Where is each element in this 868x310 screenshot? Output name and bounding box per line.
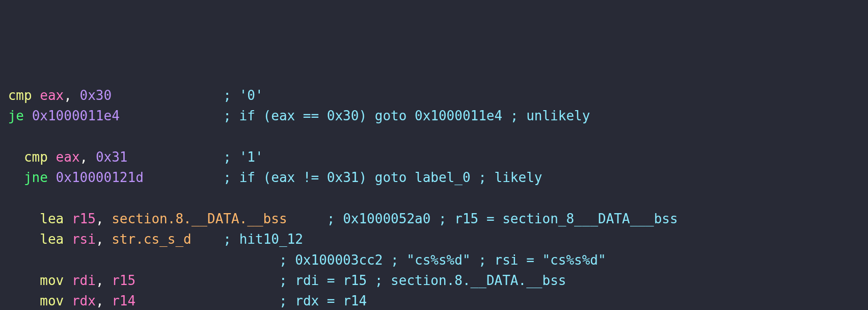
asm-line: je 0x1000011e4 ; if (eax == 0x30) goto 0… (0, 106, 868, 126)
punct: , (96, 211, 112, 226)
punct (64, 273, 72, 288)
asm-line (0, 188, 868, 209)
register: r15 (112, 273, 135, 288)
mnemonic: jne (24, 170, 48, 185)
mnemonic: cmp (8, 88, 32, 103)
asm-line: mov rdx, r14 ; rdx = r14 (0, 291, 868, 310)
punct (24, 108, 32, 123)
punct (48, 170, 56, 185)
punct (32, 88, 40, 103)
asm-line: jne 0x10000121d ; if (eax != 0x31) goto … (0, 167, 868, 188)
comment: ; rdx = r14 (279, 293, 367, 308)
comment: ; '1' (223, 149, 263, 165)
punct (64, 293, 72, 308)
register: eax (56, 149, 80, 165)
punct: , (96, 293, 112, 308)
asm-line: mov rdi, r15 ; rdi = r15 ; section.8.__D… (0, 270, 868, 291)
punct: , (64, 88, 79, 103)
asm-line: lea rsi, str.cs_s_d ; hit10_12 (0, 229, 868, 249)
mnemonic: je (8, 108, 24, 123)
comment: ; 0x100003cc2 ; "cs%s%d" ; rsi = "cs%s%d… (279, 252, 606, 268)
register: eax (40, 88, 64, 103)
asm-line: ; 0x100003cc2 ; "cs%s%d" ; rsi = "cs%s%d… (0, 250, 868, 270)
register: rsi (72, 231, 96, 247)
punct: , (96, 273, 112, 288)
symbol: str.cs_s_d (112, 231, 192, 247)
register: rdi (72, 273, 96, 288)
comment: ; rdi = r15 ; section.8.__DATA.__bss (279, 273, 566, 288)
comment: ; hit10_12 (223, 231, 303, 247)
comment: ; 0x1000052a0 ; r15 = section_8___DATA__… (327, 211, 678, 226)
punct (64, 231, 72, 247)
disassembly-listing: cmp eax, 0x30 ; '0' je 0x1000011e4 ; if … (0, 85, 868, 310)
symbol: section.8.__DATA.__bss (112, 211, 287, 226)
register: rdx (72, 293, 96, 308)
register: r14 (112, 293, 135, 308)
asm-line: cmp eax, 0x30 ; '0' (0, 85, 868, 106)
mnemonic: lea (40, 231, 64, 247)
asm-line: cmp eax, 0x31 ; '1' (0, 147, 868, 167)
comment: ; if (eax != 0x31) goto label_0 ; likely (223, 170, 542, 185)
number-literal: 0x10000121d (56, 170, 144, 185)
number-literal: 0x1000011e4 (32, 108, 120, 123)
punct (48, 149, 56, 165)
mnemonic: lea (40, 211, 64, 226)
punct: , (80, 149, 96, 165)
number-literal: 0x30 (80, 88, 112, 103)
asm-line (0, 126, 868, 147)
comment: ; if (eax == 0x30) goto 0x1000011e4 ; un… (223, 108, 590, 123)
comment: ; '0' (223, 88, 263, 103)
mnemonic: mov (40, 293, 64, 308)
mnemonic: mov (40, 273, 64, 288)
punct (64, 211, 72, 226)
punct: , (96, 231, 112, 247)
number-literal: 0x31 (96, 149, 128, 165)
asm-line: lea r15, section.8.__DATA.__bss ; 0x1000… (0, 209, 868, 229)
mnemonic: cmp (24, 149, 48, 165)
register: r15 (72, 211, 96, 226)
